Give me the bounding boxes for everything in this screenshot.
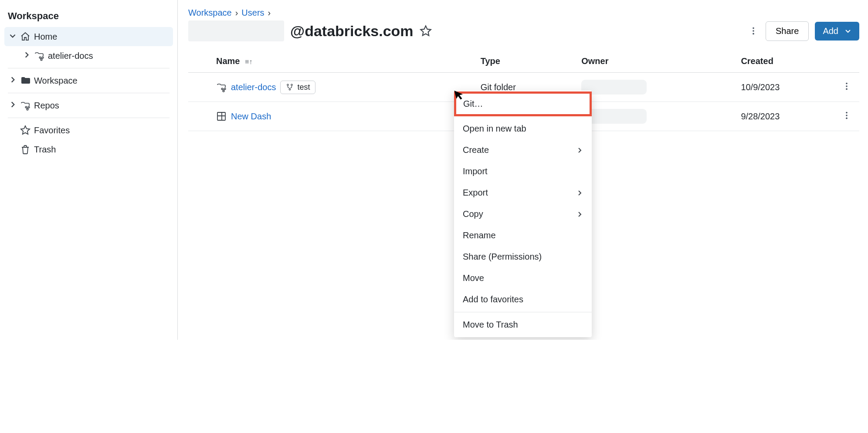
svg-point-19	[846, 112, 848, 113]
header-row: @databricks.com Share Add	[188, 20, 859, 41]
ctx-trash-label: Move to Trash	[463, 320, 518, 330]
divider	[8, 68, 170, 68]
star-icon	[20, 125, 31, 135]
svg-point-0	[39, 57, 41, 58]
add-button[interactable]: Add	[815, 22, 859, 41]
ctx-add-favorites[interactable]: Add to favorites	[454, 289, 592, 310]
svg-point-16	[846, 85, 848, 87]
svg-point-21	[846, 117, 848, 119]
share-button[interactable]: Share	[766, 21, 809, 41]
breadcrumb-item-workspace[interactable]: Workspace	[188, 8, 232, 18]
ctx-create[interactable]: Create	[454, 139, 592, 161]
row-name-link[interactable]: New Dash	[231, 112, 271, 122]
chevron-right-icon	[9, 76, 17, 86]
col-type[interactable]: Type	[477, 51, 578, 73]
sort-asc-icon: ≡↑	[245, 58, 252, 65]
tree-label-favorites: Favorites	[34, 125, 70, 135]
ctx-open-new-tab[interactable]: Open in new tab	[454, 118, 592, 139]
chevron-right-icon	[576, 147, 583, 154]
ctx-copy-label: Copy	[463, 209, 483, 219]
ctx-share-permissions[interactable]: Share (Permissions)	[454, 246, 592, 267]
star-outline-icon[interactable]	[420, 25, 432, 37]
ctx-move-label: Move	[463, 273, 484, 283]
context-menu: Git… Open in new tab Create Import Expor…	[454, 91, 592, 337]
git-folder-icon	[216, 82, 227, 92]
dashboard-icon	[216, 111, 227, 122]
breadcrumb-item-users[interactable]: Users	[241, 8, 264, 18]
chevron-right-icon	[576, 211, 583, 218]
ctx-rename-label: Rename	[463, 230, 496, 240]
tree-label-trash: Trash	[34, 145, 56, 155]
branch-icon	[286, 83, 294, 91]
row-kebab-icon[interactable]	[842, 83, 851, 93]
chevron-down-icon	[844, 27, 851, 34]
chevron-right-icon	[576, 189, 583, 196]
ctx-share-label: Share (Permissions)	[463, 252, 542, 262]
tree-item-favorites[interactable]: Favorites	[4, 121, 173, 140]
svg-point-13	[291, 84, 292, 85]
tree-item-repos[interactable]: Repos	[4, 96, 173, 115]
page-title: @databricks.com	[290, 23, 414, 40]
repos-icon	[20, 100, 31, 111]
tree-item-home[interactable]: Home	[4, 27, 173, 46]
branch-tag[interactable]: test	[280, 81, 315, 94]
row-created: 10/9/2023	[737, 73, 838, 102]
svg-point-4	[28, 106, 30, 108]
svg-point-14	[289, 89, 291, 90]
ctx-create-label: Create	[463, 145, 489, 155]
row-kebab-icon[interactable]	[842, 112, 851, 122]
svg-point-17	[846, 88, 848, 90]
svg-point-3	[25, 106, 27, 108]
chevron-right-icon	[23, 51, 31, 61]
svg-point-1	[42, 57, 44, 58]
ctx-copy[interactable]: Copy	[454, 203, 592, 225]
breadcrumb: Workspace › Users ›	[188, 8, 859, 18]
main: Workspace › Users › @databricks.com Shar…	[178, 0, 868, 340]
row-created: 9/28/2023	[737, 102, 838, 131]
col-name-label: Name	[216, 56, 240, 66]
ctx-move[interactable]: Move	[454, 267, 592, 289]
breadcrumb-sep: ›	[268, 8, 271, 18]
svg-point-8	[753, 33, 754, 35]
divider	[8, 93, 170, 93]
col-owner[interactable]: Owner	[578, 51, 737, 73]
branch-name: test	[297, 83, 310, 92]
tree-label-home: Home	[34, 32, 57, 42]
col-name[interactable]: Name ≡↑	[188, 51, 477, 73]
svg-point-9	[221, 88, 223, 90]
svg-point-11	[223, 90, 224, 92]
ctx-import-label: Import	[463, 166, 488, 176]
ctx-move-trash[interactable]: Move to Trash	[454, 314, 592, 335]
ctx-open-label: Open in new tab	[463, 124, 526, 134]
svg-point-6	[753, 27, 754, 29]
tree-label-atelier: atelier-docs	[48, 51, 93, 61]
ctx-git-label: Git…	[463, 99, 483, 109]
redacted-user	[188, 20, 284, 41]
svg-point-15	[846, 82, 848, 84]
ctx-import[interactable]: Import	[454, 161, 592, 182]
svg-point-20	[846, 115, 848, 116]
kebab-button[interactable]	[747, 23, 760, 39]
tree-item-trash[interactable]: Trash	[4, 140, 173, 159]
row-name-link[interactable]: atelier-docs	[231, 82, 276, 92]
tree-label-workspace: Workspace	[34, 76, 78, 86]
chevron-right-icon	[9, 101, 17, 111]
svg-point-10	[224, 88, 226, 90]
git-folder-icon	[34, 51, 44, 61]
tree-item-atelier-docs[interactable]: atelier-docs	[4, 46, 173, 65]
breadcrumb-sep: ›	[235, 8, 238, 18]
ctx-export[interactable]: Export	[454, 182, 592, 203]
ctx-rename[interactable]: Rename	[454, 225, 592, 246]
ctx-export-label: Export	[463, 188, 488, 198]
svg-point-5	[27, 108, 28, 110]
divider	[8, 118, 170, 118]
tree-item-workspace[interactable]: Workspace	[4, 71, 173, 90]
svg-point-2	[41, 59, 42, 61]
ctx-git[interactable]: Git…	[454, 91, 592, 116]
folder-icon	[20, 75, 31, 86]
divider	[454, 312, 592, 312]
sidebar-title: Workspace	[0, 7, 177, 27]
tree: Home atelier-docs Workspace	[0, 27, 177, 159]
add-button-label: Add	[823, 26, 838, 36]
col-created[interactable]: Created	[737, 51, 838, 73]
